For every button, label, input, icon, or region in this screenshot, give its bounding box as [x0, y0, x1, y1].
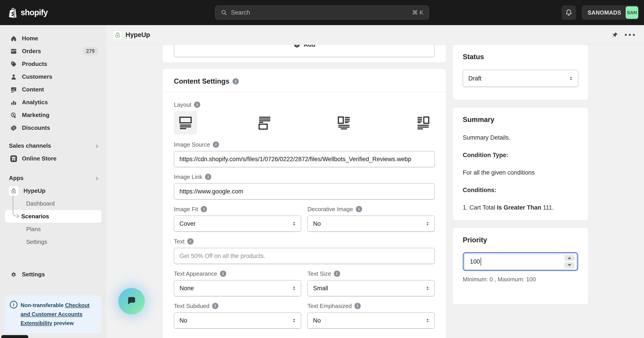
layout-options — [174, 111, 435, 134]
increment-button[interactable] — [564, 255, 575, 261]
sidebar-item-label: Home — [22, 35, 38, 42]
partial-bottom-left-element — [1, 335, 28, 338]
text-input[interactable] — [174, 248, 435, 264]
storefront-icon — [10, 155, 17, 162]
layout-option-image-left[interactable] — [332, 111, 356, 134]
sidebar-item-label: Orders — [22, 48, 41, 55]
card-title: Status — [463, 53, 578, 61]
image-file-icon — [10, 86, 17, 93]
status-select[interactable]: Draft — [463, 70, 578, 87]
sidebar-item-dashboard[interactable]: Dashboard — [5, 197, 101, 210]
text-cursor — [481, 258, 481, 266]
triangle-down-icon — [568, 264, 571, 266]
layout-option-image-top[interactable] — [174, 111, 197, 134]
decrement-button[interactable] — [564, 262, 575, 268]
image-link-input[interactable] — [174, 183, 435, 200]
account-menu[interactable]: SANOMADS SAN — [582, 5, 639, 20]
sidebar-item-label: Discounts — [22, 124, 50, 131]
info-icon[interactable]: i — [213, 141, 219, 148]
condition-item: 1. Cart Total Is Greater Than 111. — [463, 204, 578, 211]
sidebar-section-apps[interactable]: Apps › — [5, 172, 101, 185]
condition-type-value: For all the given conditions — [463, 169, 578, 176]
image-fit-select[interactable]: Cover — [174, 216, 301, 232]
tag-icon — [10, 61, 17, 67]
info-icon[interactable]: i — [232, 78, 239, 85]
priority-card: Priority 100 Minimum: 0 , Maximum: 100 — [453, 228, 588, 304]
target-cursor-icon — [10, 112, 17, 119]
field-label: Text Emphasized — [308, 303, 352, 309]
main-content: Add Content Settings i Layouti — [106, 25, 644, 338]
info-icon[interactable]: i — [194, 102, 200, 108]
sidebar-item-analytics[interactable]: Analytics — [5, 96, 101, 109]
sidebar-item-online-store[interactable]: Online Store — [5, 152, 101, 165]
text-emphasized-select[interactable]: No — [308, 312, 435, 328]
sidebar-section-sales-channels[interactable]: Sales channels › — [5, 139, 101, 152]
pin-button[interactable] — [610, 30, 620, 40]
gear-icon — [10, 271, 17, 278]
shopify-logo[interactable]: shopify — [8, 0, 48, 25]
sidebar-item-label: Content — [22, 86, 44, 93]
notifications-button[interactable] — [562, 5, 576, 20]
field-label: Text Subdued — [174, 303, 210, 309]
info-icon[interactable]: i — [201, 206, 207, 212]
info-icon: i — [10, 301, 18, 308]
sidebar-item-app-settings[interactable]: Settings — [5, 236, 101, 248]
select-caret-icon — [425, 318, 430, 323]
shopify-bag-icon — [8, 7, 18, 18]
priority-focus-ring: 100 — [463, 252, 578, 271]
info-icon[interactable]: i — [334, 271, 340, 277]
decorative-image-select[interactable]: No — [308, 216, 435, 232]
chat-widget-button[interactable] — [118, 288, 145, 314]
home-icon — [10, 35, 17, 42]
field-label: Text — [174, 238, 184, 245]
info-icon[interactable]: i — [205, 174, 211, 180]
conditions-label: Conditions: — [463, 187, 578, 194]
text-subdued-select[interactable]: No — [174, 312, 301, 328]
search-shortcut: ⌘ K — [412, 9, 423, 16]
sidebar-item-label: Analytics — [22, 99, 48, 106]
status-card: Status Draft — [453, 45, 588, 100]
priority-input[interactable]: 100 — [464, 254, 577, 269]
sidebar: Home Orders 279 Products Customers Conte… — [0, 25, 106, 338]
sidebar-item-hypeup-app[interactable]: HypeUp — [5, 185, 101, 197]
shopify-admin: shopify Search ⌘ K SANOMADS SAN — [0, 0, 644, 338]
info-icon[interactable]: i — [187, 238, 194, 245]
select-caret-icon — [292, 318, 296, 323]
sidebar-item-orders[interactable]: Orders 279 — [5, 45, 101, 58]
select-caret-icon — [292, 221, 296, 226]
info-icon[interactable]: i — [354, 303, 361, 309]
search-input[interactable]: Search ⌘ K — [215, 6, 429, 20]
sidebar-item-plans[interactable]: Plans — [5, 223, 101, 236]
sidebar-item-label: Customers — [22, 73, 52, 80]
field-label: Text Appearance — [174, 270, 217, 277]
text-size-select[interactable]: Small — [308, 280, 435, 296]
sidebar-item-content[interactable]: Content — [5, 83, 101, 96]
sidebar-item-products[interactable]: Products — [5, 58, 101, 70]
layout-option-image-bottom[interactable] — [253, 111, 276, 134]
field-label: Layout — [174, 101, 191, 108]
select-caret-icon — [425, 221, 430, 226]
info-icon[interactable]: i — [220, 271, 226, 277]
sidebar-item-discounts[interactable]: Discounts — [5, 121, 101, 134]
sidebar-item-marketing[interactable]: Marketing — [5, 109, 101, 121]
info-icon[interactable]: i — [212, 303, 218, 309]
sidebar-item-scenarios[interactable]: Scenarios — [5, 210, 101, 223]
info-icon[interactable]: i — [356, 206, 362, 212]
image-source-input[interactable] — [174, 151, 435, 167]
select-caret-icon — [292, 286, 296, 291]
sidebar-item-settings[interactable]: Settings — [5, 268, 101, 281]
field-label: Image Fit — [174, 206, 198, 213]
sidebar-item-customers[interactable]: Customers — [5, 70, 101, 83]
layout-image-bottom-icon — [258, 116, 272, 130]
field-label: Text Size — [308, 270, 331, 277]
card-title: Summary — [463, 116, 578, 124]
layout-option-image-right[interactable] — [412, 111, 435, 134]
more-actions-button[interactable] — [624, 30, 635, 40]
text-appearance-select[interactable]: None — [174, 280, 301, 296]
sidebar-item-home[interactable]: Home — [5, 32, 101, 45]
field-label: Image Source — [174, 141, 210, 148]
card-title: Priority — [463, 236, 578, 244]
field-label: Decorative Image — [308, 206, 353, 213]
banner-text: Non-transferable Checkout and Customer A… — [20, 301, 96, 328]
summary-card: Summary Summary Details. Condition Type:… — [453, 108, 588, 220]
